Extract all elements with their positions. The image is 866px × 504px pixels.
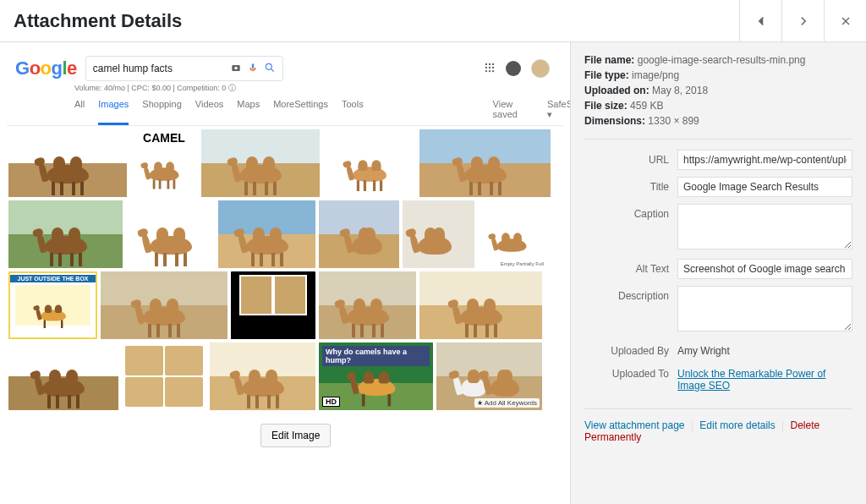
svg-point-11 bbox=[492, 66, 494, 68]
uploaded-to-label: Uploaded To bbox=[584, 364, 677, 392]
nav-all: All bbox=[74, 99, 85, 125]
result-thumb bbox=[210, 342, 315, 410]
apps-icon bbox=[484, 62, 496, 76]
uploaded-on: May 8, 2018 bbox=[652, 85, 708, 96]
url-input[interactable] bbox=[677, 150, 852, 170]
preview-pane: Google camel hump facts Volume: 40/mo bbox=[0, 42, 570, 504]
modal-title: Attachment Details bbox=[0, 0, 195, 42]
close-button[interactable] bbox=[824, 0, 866, 41]
svg-line-5 bbox=[271, 68, 274, 71]
svg-point-13 bbox=[489, 69, 491, 71]
nav-tools: Tools bbox=[342, 99, 364, 125]
google-query: camel hump facts bbox=[93, 63, 226, 74]
attachment-actions: View attachment page | Edit more details… bbox=[584, 409, 852, 443]
nav-safesearch: SafeSearch ▾ bbox=[547, 99, 570, 125]
svg-point-6 bbox=[485, 63, 487, 64]
camera-icon bbox=[230, 62, 242, 76]
title-label: Title bbox=[584, 177, 677, 197]
url-label: URL bbox=[584, 150, 677, 170]
uploaded-by: Amy Wright bbox=[677, 341, 852, 357]
nav-settings: Settings bbox=[294, 99, 328, 125]
star-icon: ★ bbox=[477, 399, 483, 407]
modal-header: Attachment Details bbox=[0, 0, 866, 42]
nav-view-saved: View saved bbox=[493, 99, 534, 125]
edit-image-button[interactable]: Edit Image bbox=[260, 424, 331, 447]
image-results-grid: CAMEL Empty Partially Full JUST OUTSIDE … bbox=[7, 126, 563, 414]
file-size: 459 KB bbox=[630, 100, 663, 112]
google-header: Google camel hump facts bbox=[7, 51, 563, 83]
uploaded-by-label: Uploaded By bbox=[584, 341, 677, 357]
prev-button[interactable] bbox=[739, 0, 781, 41]
chevron-right-icon bbox=[796, 14, 811, 29]
file-type: image/png bbox=[632, 69, 679, 81]
svg-point-8 bbox=[492, 63, 494, 64]
svg-point-9 bbox=[485, 66, 487, 68]
google-search-box: camel hump facts bbox=[85, 56, 284, 81]
result-thumb bbox=[231, 271, 315, 339]
result-thumb bbox=[419, 129, 551, 197]
view-attachment-link[interactable]: View attachment page bbox=[584, 419, 685, 431]
search-icon bbox=[264, 62, 276, 76]
title-input[interactable] bbox=[677, 177, 852, 197]
close-icon bbox=[839, 14, 852, 28]
file-name: google-image-search-results-min.png bbox=[638, 54, 806, 66]
nav-shopping: Shopping bbox=[142, 99, 182, 125]
dimensions: 1330 × 899 bbox=[648, 115, 699, 127]
nav-more: More bbox=[273, 99, 294, 125]
caption-label: Caption bbox=[584, 204, 677, 252]
seo-meta-line: Volume: 40/mo | CPC: $0.00 | Competition… bbox=[7, 83, 563, 96]
uploaded-to-link[interactable]: Unlock the Remarkable Power of Image SEO bbox=[677, 368, 825, 392]
attachment-settings: URL Title Caption Alt Text Description bbox=[584, 140, 852, 409]
result-thumb bbox=[419, 271, 542, 339]
nav-maps: Maps bbox=[237, 99, 260, 125]
alt-label: Alt Text bbox=[584, 259, 677, 279]
svg-point-1 bbox=[235, 66, 238, 69]
result-thumb bbox=[403, 200, 474, 268]
svg-point-10 bbox=[489, 66, 491, 68]
result-thumb: JUST OUTSIDE THE BOX bbox=[8, 271, 97, 339]
result-thumb bbox=[201, 129, 320, 197]
svg-point-14 bbox=[492, 69, 494, 71]
result-thumb: CAMEL bbox=[130, 129, 198, 197]
result-thumb bbox=[323, 129, 416, 197]
avatar bbox=[531, 59, 550, 78]
google-nav: All Images Shopping Videos Maps More Set… bbox=[7, 96, 563, 126]
svg-point-12 bbox=[485, 69, 487, 71]
nav-videos: Videos bbox=[195, 99, 223, 125]
result-thumb bbox=[101, 271, 227, 339]
modal-body: Google camel hump facts Volume: 40/mo bbox=[0, 42, 866, 504]
caption-input[interactable] bbox=[677, 204, 852, 249]
alt-input[interactable] bbox=[677, 259, 852, 279]
notifications-icon bbox=[506, 61, 521, 76]
edit-details-link[interactable]: Edit more details bbox=[699, 419, 775, 431]
result-thumb: Empty Partially Full bbox=[478, 200, 545, 268]
chevron-left-icon bbox=[754, 14, 769, 29]
result-thumb: ★Add All Keywords bbox=[436, 342, 542, 410]
add-keywords-badge: ★Add All Keywords bbox=[474, 398, 540, 408]
result-thumb bbox=[218, 200, 315, 268]
description-label: Description bbox=[584, 286, 677, 334]
result-thumb bbox=[319, 271, 416, 339]
details-pane: File name: google-image-search-results-m… bbox=[570, 42, 866, 504]
nav-images: Images bbox=[98, 99, 129, 125]
result-thumb bbox=[8, 200, 123, 268]
svg-point-4 bbox=[266, 63, 272, 69]
mic-icon bbox=[247, 62, 259, 76]
result-thumb bbox=[8, 129, 127, 197]
result-thumb bbox=[8, 342, 118, 410]
svg-rect-2 bbox=[252, 63, 254, 68]
result-thumb bbox=[126, 200, 215, 268]
result-thumb bbox=[122, 342, 206, 410]
google-logo: Google bbox=[12, 58, 77, 79]
attachment-preview: Google camel hump facts Volume: 40/mo bbox=[7, 51, 563, 414]
description-input[interactable] bbox=[677, 286, 852, 331]
result-thumb bbox=[319, 200, 399, 268]
file-meta: File name: google-image-search-results-m… bbox=[584, 52, 852, 140]
header-actions bbox=[739, 0, 866, 41]
next-button[interactable] bbox=[781, 0, 824, 41]
svg-point-7 bbox=[489, 63, 491, 64]
attachment-details-modal: Attachment Details Google camel hump fac… bbox=[0, 0, 866, 504]
google-account-icons bbox=[484, 59, 558, 78]
result-thumb: Why do camels have a hump?HD bbox=[319, 342, 433, 410]
